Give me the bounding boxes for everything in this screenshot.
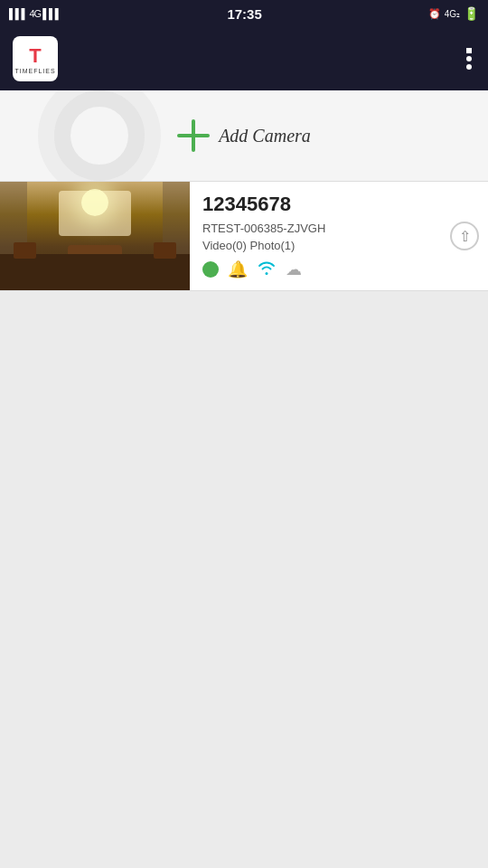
- status-time: 17:35: [227, 6, 261, 22]
- camera-status-icons: 🔔 ☁: [202, 259, 475, 279]
- clock-icon: ⏰: [428, 8, 441, 20]
- collapse-button[interactable]: ⇧: [450, 222, 479, 250]
- camera-card: 12345678 RTEST-006385-ZJVGH Video(0) Pho…: [0, 181, 488, 291]
- add-camera-bg-circle: [54, 90, 145, 181]
- plus-icon: [177, 119, 210, 152]
- menu-button[interactable]: [463, 44, 475, 73]
- 4g2-label: 4G₂: [445, 9, 460, 19]
- app-bar: T TIMEFLIES: [0, 27, 488, 90]
- camera-info: 12345678 RTEST-006385-ZJVGH Video(0) Pho…: [190, 182, 488, 290]
- battery-icon: 🔋: [464, 6, 479, 21]
- room-floor: [0, 254, 190, 290]
- status-right: ⏰ 4G₂ 🔋: [428, 6, 479, 21]
- room-light: [81, 189, 108, 216]
- status-left: ▌▌▌ 4G ▌▌▌: [9, 8, 61, 19]
- camera-name: 12345678: [202, 193, 475, 216]
- empty-content-area: [0, 291, 488, 868]
- add-camera-section: Add Camera: [0, 90, 488, 181]
- online-status-dot: [202, 261, 219, 278]
- wifi-status-icon: [257, 260, 277, 279]
- cloud-status-icon: ☁: [286, 259, 302, 279]
- logo-sub: TIMEFLIES: [14, 68, 55, 74]
- alarm-status-icon: 🔔: [228, 259, 248, 279]
- camera-id: RTEST-006385-ZJVGH: [202, 222, 475, 235]
- status-bar: ▌▌▌ 4G ▌▌▌ 17:35 ⏰ 4G₂ 🔋: [0, 0, 488, 27]
- signal-icon: ▌▌▌ 4G ▌▌▌: [9, 8, 61, 19]
- chair-right: [154, 242, 176, 259]
- camera-preview: [0, 182, 190, 290]
- main-content: Add Camera 12345678 RTEST-006385-ZJVGH V…: [0, 90, 488, 868]
- camera-thumbnail[interactable]: [0, 182, 190, 290]
- chair-left: [14, 242, 36, 259]
- camera-stats: Video(0) Photo(1): [202, 239, 475, 252]
- logo-letter: T: [29, 44, 41, 68]
- app-logo: T TIMEFLIES: [13, 36, 58, 81]
- add-camera-button[interactable]: Add Camera: [177, 119, 311, 152]
- add-camera-label: Add Camera: [219, 126, 311, 146]
